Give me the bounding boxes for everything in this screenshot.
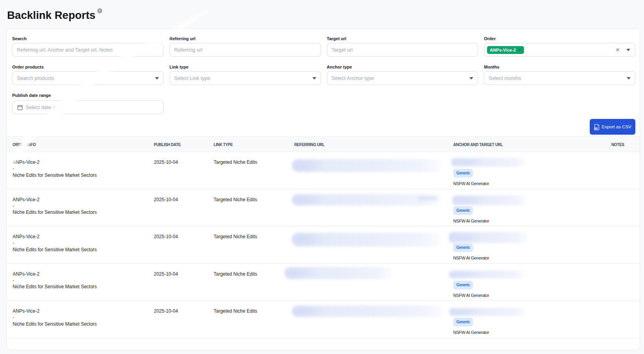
order-product: ANPs-Vice-2 xyxy=(13,308,148,314)
order-tag: ANPs-Vice-2 × xyxy=(487,46,524,54)
cell-order-info: ANPs-Vice-2 - Niche Edits for Sensitive … xyxy=(7,226,151,264)
order-name: Niche Edits for Sensitive Market Sectors xyxy=(13,247,148,253)
order-multiselect[interactable]: ANPs-Vice-2 × × xyxy=(484,43,635,57)
publish-date: 2025-10-04 xyxy=(154,196,207,203)
cell-notes xyxy=(608,189,640,226)
order-tag-label: ANPs-Vice-2 xyxy=(490,48,516,52)
cell-referring-url xyxy=(291,226,450,264)
cell-link-type: Targeted Niche Edits xyxy=(210,189,291,226)
link-type-select[interactable]: Select Link type xyxy=(170,71,321,85)
order-products-label: Order products xyxy=(12,63,164,71)
table-row[interactable]: ANPs-Vice-2 - Niche Edits for Sensitive … xyxy=(7,152,640,189)
referring-url-redacted xyxy=(292,159,443,172)
order-name: Niche Edits for Sensitive Market Sectors xyxy=(13,284,148,290)
order-product: ANPs-Vice-2 xyxy=(13,159,148,165)
cell-referring-url xyxy=(291,301,450,338)
cell-notes xyxy=(608,301,640,338)
col-anchor-target-url[interactable]: ANCHOR AND TARGET URL xyxy=(450,137,608,152)
link-type-caret-icon xyxy=(312,77,316,80)
cell-referring-url xyxy=(291,189,450,226)
cell-order-info: ANPs-Vice-2 - Niche Edits for Sensitive … xyxy=(7,301,151,338)
cell-publish-date: 2025-10-04 xyxy=(151,189,210,226)
field-referring-url: Referring url Referring url xyxy=(170,35,321,57)
anchor-redacted xyxy=(449,308,527,316)
link-type: Targeted Niche Edits xyxy=(214,271,288,277)
referring-url-label: Referring url xyxy=(170,35,321,43)
reports-card: Search Referring url, Anchor and Target … xyxy=(6,28,640,350)
target-url-link[interactable]: NSFW AI Generator xyxy=(453,330,605,335)
anchor-redacted xyxy=(452,195,527,205)
target-url-link[interactable]: NSFW AI Generator xyxy=(453,181,605,186)
calendar-icon xyxy=(17,104,23,111)
field-order: Order ANPs-Vice-2 × × xyxy=(484,35,635,57)
anchor-type-badge: Generic xyxy=(453,243,473,252)
cell-referring-url xyxy=(291,263,450,301)
referring-url-redacted xyxy=(284,267,393,279)
col-referring-url[interactable]: REFERRING URL xyxy=(291,137,450,152)
publish-date-range-input[interactable]: Select date range xyxy=(12,100,164,114)
order-tags: ANPs-Vice-2 × xyxy=(487,46,616,54)
table-row[interactable]: ANPs-Vice-2 - Niche Edits for Sensitive … xyxy=(7,263,640,301)
export-row: CSV Export as CSV xyxy=(12,114,635,135)
order-caret-icon[interactable] xyxy=(626,49,630,51)
order-name: Niche Edits for Sensitive Market Sectors xyxy=(13,172,148,178)
order-separator: - xyxy=(13,203,148,209)
order-products-select[interactable]: Search products xyxy=(12,71,164,85)
cell-notes xyxy=(608,152,640,189)
col-order-info[interactable]: ORDER INFO xyxy=(7,137,151,152)
cell-publish-date: 2025-10-04 xyxy=(151,301,210,338)
target-url-link[interactable]: NSFW AI Generator xyxy=(453,293,605,298)
export-csv-button[interactable]: CSV Export as CSV xyxy=(590,119,635,135)
cell-anchor-target: Generic NSFW AI Generator xyxy=(450,189,608,226)
table-header: ORDER INFO PUBLISH DATE LINK TYPE REFERR… xyxy=(7,137,640,152)
page-title: Backlink Reports xyxy=(7,8,96,23)
cell-link-type: Targeted Niche Edits xyxy=(210,152,291,189)
referring-url-redacted xyxy=(292,233,443,247)
referring-url-redacted xyxy=(292,306,445,317)
col-notes[interactable]: NOTES xyxy=(608,137,640,152)
cell-order-info: ANPs-Vice-2 - Niche Edits for Sensitive … xyxy=(7,152,151,189)
page-header: Backlink Reportsi xyxy=(6,0,640,23)
cell-anchor-target: Generic NSFW AI Generator xyxy=(450,226,608,264)
referring-url-input[interactable]: Referring url xyxy=(170,43,321,57)
anchor-type-select[interactable]: Select Anchor type xyxy=(327,71,478,85)
target-url-label: Target url xyxy=(327,35,478,43)
months-select[interactable]: Select months xyxy=(484,71,635,85)
col-publish-date[interactable]: PUBLISH DATE xyxy=(151,137,210,152)
table-row[interactable]: ANPs-Vice-2 - Niche Edits for Sensitive … xyxy=(7,189,640,226)
order-products-placeholder: Search products xyxy=(17,75,54,81)
target-url-link[interactable]: NSFW AI Generator xyxy=(453,219,605,224)
cell-link-type: Targeted Niche Edits xyxy=(210,226,291,264)
table-row[interactable]: ANPs-Vice-2 - Niche Edits for Sensitive … xyxy=(7,301,640,338)
referring-url-placeholder: Referring url xyxy=(174,47,203,53)
field-anchor-type: Anchor type Select Anchor type xyxy=(327,63,478,85)
anchor-redacted xyxy=(451,158,526,167)
months-placeholder: Select months xyxy=(489,75,521,81)
publish-date: 2025-10-04 xyxy=(154,159,207,165)
order-name: Niche Edits for Sensitive Market Sectors xyxy=(13,321,148,327)
order-separator: - xyxy=(13,314,148,321)
publish-date: 2025-10-04 xyxy=(154,234,207,240)
order-label: Order xyxy=(484,35,635,43)
table-section: ORDER INFO PUBLISH DATE LINK TYPE REFERR… xyxy=(7,136,640,350)
cell-link-type: Targeted Niche Edits xyxy=(210,263,291,301)
link-type: Targeted Niche Edits xyxy=(214,159,288,165)
cell-anchor-target: Generic NSFW AI Generator xyxy=(450,152,608,189)
cell-order-info: ANPs-Vice-2 - Niche Edits for Sensitive … xyxy=(7,263,151,301)
table-row[interactable]: ANPs-Vice-2 - Niche Edits for Sensitive … xyxy=(7,226,640,264)
order-clear-icon[interactable]: × xyxy=(616,46,620,53)
anchor-type-caret-icon xyxy=(469,77,473,80)
order-tag-remove-icon[interactable]: × xyxy=(519,48,521,52)
search-input[interactable]: Referring url, Anchor and Target url, No… xyxy=(12,43,164,57)
order-separator: - xyxy=(13,277,148,284)
export-csv-label: Export as CSV xyxy=(602,124,631,129)
table-body: ANPs-Vice-2 - Niche Edits for Sensitive … xyxy=(7,152,640,338)
info-icon[interactable]: i xyxy=(97,8,102,13)
order-product: ANPs-Vice-2 xyxy=(13,234,148,240)
col-link-type[interactable]: LINK TYPE xyxy=(210,137,291,152)
target-url-input[interactable]: Target url xyxy=(327,43,478,57)
target-url-link[interactable]: NSFW AI Generator xyxy=(453,256,605,261)
cell-order-info: ANPs-Vice-2 - Niche Edits for Sensitive … xyxy=(7,189,151,226)
order-separator: - xyxy=(13,165,148,172)
anchor-type-badge: Generic xyxy=(453,206,473,215)
